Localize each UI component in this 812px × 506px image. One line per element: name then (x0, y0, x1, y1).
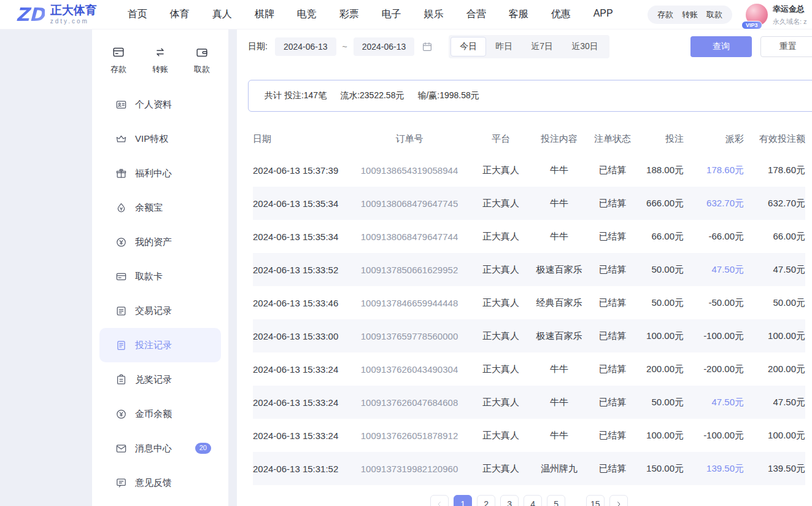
page-button-5[interactable]: 5 (547, 495, 565, 506)
quick-action-label: 取款 (194, 64, 210, 75)
nav-item-电竞[interactable]: 电竞 (297, 8, 317, 21)
quick-action-转账[interactable]: 转账 (152, 45, 168, 75)
table-row[interactable]: 2024-06-13 15:33:521009137850661629952正大… (253, 253, 805, 286)
table-row[interactable]: 2024-06-13 15:37:391009138654319058944正大… (253, 154, 805, 187)
page-button-3[interactable]: 3 (500, 495, 519, 506)
sidebar-item-福利中心[interactable]: 福利中心 (92, 156, 228, 190)
cell-order_no: 1009138068479647745 (345, 187, 474, 220)
sidebar-item-消息中心[interactable]: 消息中心20 (92, 431, 228, 465)
sidebar-item-label: 金币余额 (135, 408, 172, 420)
nav-item-电子[interactable]: 电子 (382, 8, 401, 21)
sidebar-item-意见反馈[interactable]: 意见反馈 (92, 465, 228, 500)
table-row[interactable]: 2024-06-13 15:33:241009137626047684608正大… (253, 386, 805, 419)
user-info[interactable]: 幸运金总 永久域名: z (773, 4, 812, 26)
nav-item-首页[interactable]: 首页 (128, 8, 147, 21)
pagination-next-button[interactable] (609, 495, 628, 506)
nav-item-优惠[interactable]: 优惠 (551, 8, 571, 21)
cell-valid: 47.50元 (744, 253, 805, 286)
quick-action-取款[interactable]: 取款 (194, 45, 210, 75)
table-row[interactable]: 2024-06-13 15:35:341009138068479647745正大… (253, 187, 805, 220)
sidebar-item-label: 投注记录 (135, 340, 172, 351)
cell-status: 已结算 (590, 386, 635, 419)
table-row[interactable]: 2024-06-13 15:33:241009137626051878912正大… (253, 419, 805, 452)
wallet-action-存款[interactable]: 存款 (657, 9, 673, 20)
wallet-actions: 存款转账取款 (648, 6, 732, 24)
cell-status: 已结算 (590, 154, 635, 187)
table-row[interactable]: 2024-06-13 15:33:461009137846659944448正大… (253, 286, 805, 319)
sidebar-item-个人资料[interactable]: 个人资料 (92, 87, 228, 122)
sidebar-item-label: 消息中心 (135, 443, 172, 454)
cell-content: 牛牛 (528, 419, 590, 452)
cell-order_no: 1009137319982120960 (345, 452, 474, 485)
cell-date: 2024-06-13 15:33:00 (253, 319, 345, 352)
range-chip-近30日[interactable]: 近30日 (562, 37, 608, 56)
brand-logo[interactable]: ZD 正大体育 zdty.com (16, 4, 97, 25)
nav-item-真人[interactable]: 真人 (212, 8, 232, 21)
sidebar-item-label: 余额宝 (135, 202, 163, 214)
nav-item-娱乐[interactable]: 娱乐 (424, 8, 444, 21)
table-row[interactable]: 2024-06-13 15:33:241009137626043490304正大… (253, 352, 805, 386)
cell-valid: 178.60元 (744, 154, 805, 187)
nav-item-客服[interactable]: 客服 (509, 8, 528, 21)
quick-action-存款[interactable]: 存款 (110, 45, 126, 75)
column-header-注单状态: 注单状态 (590, 124, 635, 154)
cell-platform: 正大真人 (474, 154, 528, 187)
cell-bet: 50.00元 (635, 386, 684, 419)
wallet-action-转账[interactable]: 转账 (682, 9, 698, 20)
cell-valid: 100.00元 (744, 319, 805, 352)
cell-payout: -100.00元 (684, 319, 744, 352)
pagination-prev-button[interactable] (430, 495, 449, 506)
sidebar-item-投注记录[interactable]: 投注记录 (99, 328, 221, 362)
cell-content: 牛牛 (528, 220, 590, 253)
column-header-平台: 平台 (474, 124, 528, 154)
nav-item-APP[interactable]: APP (594, 8, 613, 21)
table-row[interactable]: 2024-06-13 15:31:521009137319982120960正大… (253, 452, 805, 485)
page-button-1[interactable]: 1 (454, 495, 472, 506)
calendar-icon[interactable] (422, 41, 433, 52)
date-separator: ~ (342, 42, 347, 52)
cell-bet: 200.00元 (635, 352, 684, 386)
sidebar-item-余额宝[interactable]: 余额宝 (92, 190, 228, 225)
transfer-icon (153, 45, 167, 59)
query-button[interactable]: 查询 (690, 36, 752, 57)
withdraw-icon (195, 45, 209, 59)
range-chip-今日[interactable]: 今日 (450, 37, 486, 56)
page-button-15[interactable]: 15 (586, 495, 605, 506)
table-row[interactable]: 2024-06-13 15:35:341009138068479647744正大… (253, 220, 805, 253)
chevron-right-icon (614, 500, 623, 506)
nav-item-彩票[interactable]: 彩票 (339, 8, 359, 21)
sidebar-item-我的资产[interactable]: 我的资产 (92, 225, 228, 259)
date-end-input[interactable]: 2024-06-13 (354, 37, 415, 56)
coin-icon (115, 408, 127, 420)
cell-content: 牛牛 (528, 187, 590, 220)
date-start-input[interactable]: 2024-06-13 (275, 37, 336, 56)
wallet-action-取款[interactable]: 取款 (706, 9, 722, 20)
sidebar-item-兑奖记录[interactable]: 兑奖记录 (92, 362, 228, 397)
nav-item-棋牌[interactable]: 棋牌 (255, 8, 274, 21)
sidebar-item-VIP特权[interactable]: VIP特权 (92, 122, 228, 156)
nav-item-合营[interactable]: 合营 (466, 8, 486, 21)
main-nav: 首页体育真人棋牌电竞彩票电子娱乐合营客服优惠APP (128, 8, 613, 21)
page-button-4[interactable]: 4 (524, 495, 542, 506)
cell-order_no: 1009137850661629952 (345, 253, 474, 286)
cell-platform: 正大真人 (474, 286, 528, 319)
brand-domain: zdty.com (50, 18, 97, 25)
profile-icon (115, 99, 127, 111)
cell-payout: -66.00元 (684, 220, 744, 253)
column-header-投注: 投注 (635, 124, 684, 154)
assets-icon (115, 236, 127, 248)
brand-logo-icon: ZD (16, 6, 45, 24)
column-header-派彩: 派彩 (684, 124, 744, 154)
sidebar-item-交易记录[interactable]: 交易记录 (92, 294, 228, 328)
main-content: 日期: 2024-06-13 ~ 2024-06-13 今日昨日近7日近30日 … (237, 29, 812, 506)
table-row[interactable]: 2024-06-13 15:33:001009137659778560000正大… (253, 319, 805, 352)
sidebar-item-取款卡[interactable]: 取款卡 (92, 259, 228, 294)
reset-button[interactable]: 重置 (760, 36, 812, 57)
range-chip-近7日[interactable]: 近7日 (522, 37, 562, 56)
nav-item-体育[interactable]: 体育 (170, 8, 190, 21)
range-chip-昨日[interactable]: 昨日 (486, 37, 522, 56)
sidebar-item-金币余额[interactable]: 金币余额 (92, 397, 228, 431)
sidebar: 存款转账取款 个人资料VIP特权福利中心余额宝我的资产取款卡交易记录投注记录兑奖… (92, 29, 228, 506)
page-button-2[interactable]: 2 (477, 495, 495, 506)
cell-date: 2024-06-13 15:33:24 (253, 419, 345, 452)
